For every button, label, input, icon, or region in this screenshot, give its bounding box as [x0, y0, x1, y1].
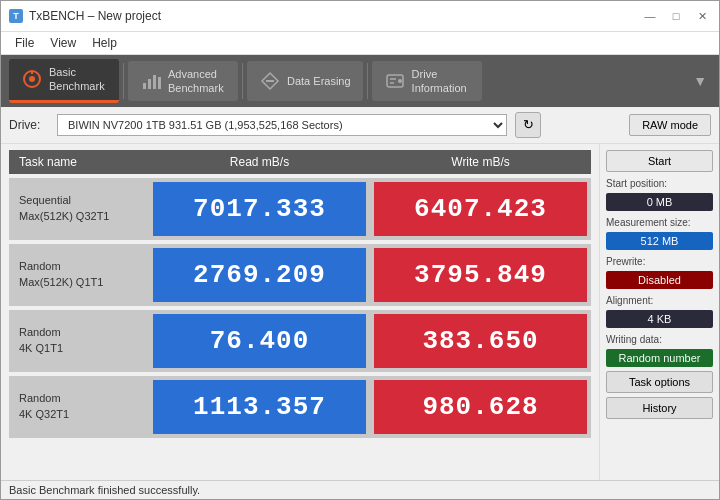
task-options-button[interactable]: Task options [606, 371, 713, 393]
benchmark-table-header: Task name Read mB/s Write mB/s [9, 150, 591, 174]
svg-point-10 [398, 79, 402, 83]
start-button[interactable]: Start [606, 150, 713, 172]
row-2-read: 2769.209 [153, 248, 366, 302]
col-read: Read mB/s [149, 150, 370, 174]
app-icon: T [9, 9, 23, 23]
row-1-write: 6407.423 [374, 182, 587, 236]
alignment-label: Alignment: [606, 295, 713, 306]
toolbar-dropdown-arrow[interactable]: ▼ [689, 67, 711, 95]
data-erasing-label: Data Erasing [287, 74, 351, 88]
benchmark-area: Task name Read mB/s Write mB/s Sequentia… [1, 144, 599, 480]
toolbar: Basic Benchmark Advanced Benchmark [1, 55, 719, 107]
drive-information-icon [384, 70, 406, 92]
row-4-write: 980.628 [374, 380, 587, 434]
writing-data-label: Writing data: [606, 334, 713, 345]
alignment-value: 4 KB [606, 310, 713, 328]
row-1-label: Sequential Max(512K) Q32T1 [9, 187, 149, 230]
close-button[interactable]: ✕ [693, 7, 711, 25]
measurement-size-value: 512 MB [606, 232, 713, 250]
title-bar: T TxBENCH – New project — □ ✕ [1, 1, 719, 32]
drive-information-label: Drive Information [412, 67, 467, 96]
svg-rect-6 [158, 77, 161, 89]
toolbar-basic-benchmark[interactable]: Basic Benchmark [9, 59, 119, 103]
svg-rect-3 [143, 83, 146, 89]
drive-refresh-button[interactable]: ↻ [515, 112, 541, 138]
row-3-write: 383.650 [374, 314, 587, 368]
row-4-read: 1113.357 [153, 380, 366, 434]
minimize-button[interactable]: — [641, 7, 659, 25]
row-3-label: Random 4K Q1T1 [9, 319, 149, 362]
prewrite-value: Disabled [606, 271, 713, 289]
row-1-read: 7017.333 [153, 182, 366, 236]
prewrite-label: Prewrite: [606, 256, 713, 267]
maximize-button[interactable]: □ [667, 7, 685, 25]
drive-row: Drive: BIWIN NV7200 1TB 931.51 GB (1,953… [1, 107, 719, 144]
row-4-label: Random 4K Q32T1 [9, 385, 149, 428]
svg-rect-4 [148, 79, 151, 89]
main-content: Task name Read mB/s Write mB/s Sequentia… [1, 144, 719, 480]
start-position-label: Start position: [606, 178, 713, 189]
right-panel: Start Start position: 0 MB Measurement s… [599, 144, 719, 480]
menu-file[interactable]: File [9, 34, 40, 52]
basic-benchmark-icon [21, 68, 43, 90]
table-row: Sequential Max(512K) Q32T1 7017.333 6407… [9, 178, 591, 240]
advanced-benchmark-label: Advanced Benchmark [168, 67, 224, 96]
table-row: Random 4K Q32T1 1113.357 980.628 [9, 376, 591, 438]
col-write: Write mB/s [370, 150, 591, 174]
svg-point-1 [29, 76, 35, 82]
menu-help[interactable]: Help [86, 34, 123, 52]
status-bar: Basic Benchmark finished successfully. [1, 480, 719, 499]
measurement-size-label: Measurement size: [606, 217, 713, 228]
table-row: Random Max(512K) Q1T1 2769.209 3795.849 [9, 244, 591, 306]
writing-data-value: Random number [606, 349, 713, 367]
menu-view[interactable]: View [44, 34, 82, 52]
start-position-value: 0 MB [606, 193, 713, 211]
toolbar-data-erasing[interactable]: Data Erasing [247, 61, 363, 101]
row-2-label: Random Max(512K) Q1T1 [9, 253, 149, 296]
data-erasing-icon [259, 70, 281, 92]
row-2-write: 3795.849 [374, 248, 587, 302]
toolbar-advanced-benchmark[interactable]: Advanced Benchmark [128, 61, 238, 102]
menu-bar: File View Help [1, 32, 719, 55]
toolbar-sep-3 [367, 63, 368, 99]
toolbar-drive-information[interactable]: Drive Information [372, 61, 482, 102]
status-text: Basic Benchmark finished successfully. [9, 484, 200, 496]
col-task-name: Task name [9, 150, 149, 174]
row-3-read: 76.400 [153, 314, 366, 368]
toolbar-sep-1 [123, 63, 124, 99]
window-controls: — □ ✕ [641, 7, 711, 25]
raw-mode-button[interactable]: RAW mode [629, 114, 711, 136]
toolbar-sep-2 [242, 63, 243, 99]
drive-select[interactable]: BIWIN NV7200 1TB 931.51 GB (1,953,525,16… [57, 114, 507, 136]
basic-benchmark-label: Basic Benchmark [49, 65, 105, 94]
svg-rect-5 [153, 75, 156, 89]
window-title: TxBENCH – New project [29, 9, 161, 23]
advanced-benchmark-icon [140, 70, 162, 92]
history-button[interactable]: History [606, 397, 713, 419]
drive-label: Drive: [9, 118, 49, 132]
table-row: Random 4K Q1T1 76.400 383.650 [9, 310, 591, 372]
